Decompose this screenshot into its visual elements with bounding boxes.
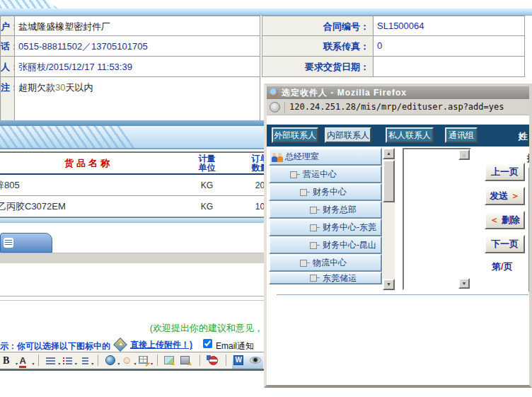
phone-field[interactable]: 0515-88811502／13705101705	[14, 35, 260, 57]
popup-divider-line	[277, 294, 528, 295]
site-globe-icon[interactable]	[270, 102, 280, 113]
tree-item-label: 财务中心-东莞	[323, 221, 376, 234]
align-caret: ▾	[58, 361, 60, 366]
tab-private-contacts[interactable]: 私人联系人	[386, 127, 434, 143]
tab-external-contacts[interactable]: 外部联系人	[272, 127, 318, 143]
fax-field[interactable]: 0	[373, 35, 525, 57]
align-icon-lines	[46, 357, 55, 364]
emoticon-icon[interactable]: ☺ ▾	[122, 354, 134, 367]
edit-table-caret: ▾	[151, 361, 153, 366]
table-row-1-name[interactable]: 锌805	[0, 175, 178, 196]
scroll-down-button[interactable]: ▼	[383, 279, 395, 290]
prev-page-button[interactable]: 上一页	[485, 163, 525, 181]
tree-item-dept[interactable]: 财务中心-东莞	[269, 219, 382, 236]
insert-image-icon[interactable]: ▲	[164, 354, 176, 367]
upload-hint-link[interactable]: 直接上传附件！)	[130, 339, 192, 351]
delete-button[interactable]: ＜ 删除	[485, 211, 525, 229]
phone-label: 话：	[0, 35, 15, 57]
note-text-prefix: 超期欠款	[18, 82, 55, 93]
upload-file-icon[interactable]: ▲	[180, 354, 192, 367]
edit-table-icon[interactable]: ▾	[138, 354, 150, 367]
tree-node-icon	[300, 189, 307, 196]
preview-eye-shape	[250, 357, 261, 364]
col-header-unit-line2: 单位	[177, 163, 237, 173]
recipient-picker-window: 选定收件人 - Mozilla Firefox 120.24.251.28/mi…	[264, 84, 532, 388]
email-notify-checkbox[interactable]	[203, 339, 212, 348]
operator-field[interactable]: 张丽枝/2015/12/17 11:53:39	[14, 56, 260, 77]
ordered-list-icon-lines	[63, 357, 72, 364]
tab-groups[interactable]: 通讯组	[445, 127, 478, 143]
send-arrow: ＞	[511, 190, 520, 201]
suggestion-text[interactable]: (欢迎提出你的建议和意见，	[71, 322, 263, 333]
send-button[interactable]: 发送 ＞	[485, 187, 525, 205]
tree-scrollbar[interactable]: ▲ ▼	[383, 148, 395, 290]
upload-hint-prefix: 提示：你可以选择以下图标中的	[0, 340, 110, 351]
tree-node-icon	[310, 275, 317, 282]
upload-attachment-icon[interactable]: ▲	[113, 338, 127, 352]
customer-field[interactable]: 盐城隆盛橡塑密封件厂	[14, 16, 260, 36]
hyperlink-caret: ▾	[117, 361, 120, 366]
list-scroll-up-button[interactable]: ▲	[458, 149, 470, 160]
next-page-button[interactable]: 下一页	[485, 235, 525, 253]
pager-right: 页	[504, 261, 513, 272]
tree-item-label: 财务中心-昆山	[323, 239, 376, 251]
side-label-fragment: 按	[527, 152, 532, 165]
col-header-unit: 计量 单位	[177, 153, 238, 173]
indent-icon[interactable]: ▾	[79, 354, 91, 367]
popup-title-bar[interactable]: 选定收件人 - Mozilla Firefox	[267, 86, 529, 99]
list-scroll-down-button[interactable]: ▼	[458, 278, 470, 289]
bold-caret: ▾	[16, 361, 18, 366]
note-days: 30	[55, 82, 65, 93]
block-icon[interactable]	[207, 354, 219, 367]
table-row-1-unit[interactable]: KG	[177, 175, 238, 196]
edit-table-grid	[139, 356, 148, 364]
align-icon[interactable]: ▾	[45, 354, 57, 367]
tree-item-label: 物流中心	[313, 257, 347, 269]
contract-no-field[interactable]: SL1500064	[373, 16, 525, 36]
word-import-icon[interactable]: W	[233, 354, 245, 367]
tree-node-icon	[310, 242, 317, 249]
preview-eye-icon[interactable]	[250, 354, 262, 367]
delete-button-label: 删除	[502, 214, 520, 225]
block-shape	[209, 356, 218, 365]
emoticon-glyph: ☺	[122, 354, 132, 366]
font-color-icon[interactable]: A▾	[19, 354, 31, 367]
tree-item-dept[interactable]: 物流中心	[269, 254, 382, 272]
contract-no-label: 合同编号：	[262, 16, 374, 36]
editor-line-2	[0, 300, 265, 301]
tree-node-icon	[300, 260, 307, 267]
hyperlink-globe-icon[interactable]: ▾	[105, 354, 117, 367]
delivery-date-field[interactable]	[373, 56, 525, 77]
tab-internal-contacts[interactable]: 内部联系人	[325, 127, 371, 143]
email-notify-label: Email通知	[216, 340, 254, 352]
tree-item-dept[interactable]: 财务中心	[269, 183, 382, 201]
tree-item-dept[interactable]: 财务中心-昆山	[269, 236, 382, 254]
delivery-date-label: 要求交货日期：	[262, 56, 374, 77]
customer-label: 户：	[0, 16, 15, 36]
selected-recipients-list[interactable]: ▲ ▼	[403, 148, 471, 290]
tree-item-dept[interactable]: 财务总部	[269, 201, 382, 219]
scroll-thumb[interactable]	[383, 160, 395, 202]
tree-item-dept[interactable]: 东莞储运	[269, 272, 382, 284]
compose-tab[interactable]	[0, 233, 52, 253]
url-text[interactable]: 120.24.251.28/mis/mrp/edituser.asp?add=y…	[289, 102, 504, 112]
right-list-border	[528, 168, 532, 292]
note-text-suffix: 天以内	[65, 82, 93, 93]
ordered-list-icon[interactable]: ▾	[62, 354, 74, 367]
top-blue-bar	[0, 8, 532, 16]
pager-text: 第/页	[492, 260, 513, 273]
bold-icon[interactable]: B▾	[3, 354, 15, 367]
table-row-2-name[interactable]: 乙丙胶C3072EM	[0, 196, 178, 217]
scroll-up-button[interactable]: ▲	[383, 148, 395, 159]
table-row-2-unit[interactable]: KG	[177, 196, 238, 217]
product-name-2: 乙丙胶C3072EM	[0, 196, 66, 217]
firefox-icon-swirl	[268, 87, 279, 98]
tree-item-dept[interactable]: 总经理室	[269, 148, 382, 166]
word-import-glyph: W	[233, 355, 243, 365]
toolbar-separator	[98, 355, 98, 366]
tree-item-dept[interactable]: 营运中心	[269, 166, 382, 183]
upload-hint-prefix-clip: 提示：你可以选择以下图标中的	[0, 339, 112, 351]
erp-page: 户： 话： 人： 注： 盐城隆盛橡塑密封件厂 0515-88811502／137…	[0, 0, 532, 397]
note-field[interactable]: 超期欠款30天以内	[14, 76, 260, 121]
send-button-label: 发送	[490, 190, 508, 201]
